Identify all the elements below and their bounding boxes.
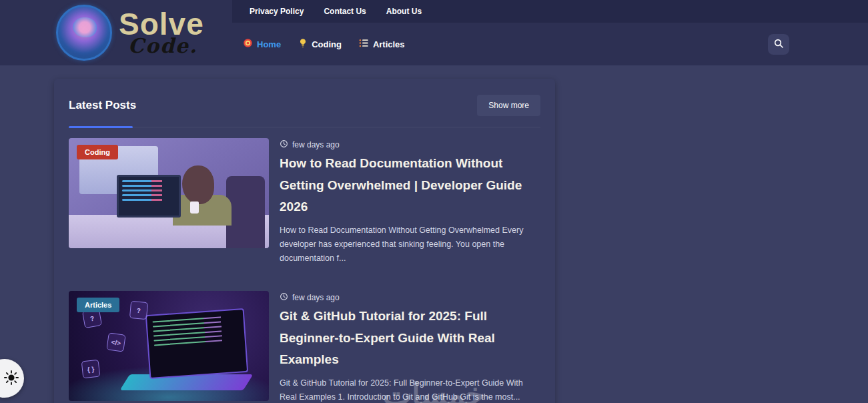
illustration-chip-braces: { } bbox=[81, 360, 101, 379]
topbar-link-about-us[interactable]: About Us bbox=[386, 7, 422, 16]
illustration-laptop-screen bbox=[145, 308, 248, 379]
post-thumbnail-1[interactable]: Coding bbox=[69, 138, 269, 248]
logo[interactable]: Solve Code. bbox=[0, 0, 232, 65]
post-time-2: few days ago bbox=[292, 293, 340, 302]
nav-label-home: Home bbox=[257, 39, 281, 49]
clock-icon bbox=[280, 139, 288, 150]
illustration-laptop-base bbox=[120, 374, 254, 390]
main-nav: Home Coding Articles bbox=[232, 23, 868, 65]
post-meta-1: few days ago bbox=[280, 139, 540, 150]
post-title-1[interactable]: How to Read Documentation Without Gettin… bbox=[280, 153, 540, 218]
show-more-button[interactable]: Show more bbox=[477, 95, 540, 116]
illustration-chip-code: </> bbox=[106, 332, 125, 352]
post-excerpt-2: Git & GitHub Tutorial for 2025: Full Beg… bbox=[280, 376, 540, 403]
post-item-1: Coding few days ago How to Read Document… bbox=[69, 138, 540, 266]
post-body-1: few days ago How to Read Documentation W… bbox=[280, 138, 540, 266]
topbar-link-privacy-policy[interactable]: Privacy Policy bbox=[250, 7, 304, 16]
illustration-chip-question2: ? bbox=[129, 301, 148, 320]
target-icon bbox=[243, 38, 253, 50]
nav-item-home[interactable]: Home bbox=[243, 38, 281, 50]
latest-posts-panel: Latest Posts Show more Coding few days a… bbox=[54, 79, 555, 403]
list-icon bbox=[359, 39, 369, 49]
header-right: Privacy Policy Contact Us About Us Home … bbox=[232, 0, 868, 65]
post-meta-2: few days ago bbox=[280, 292, 540, 303]
post-title-2[interactable]: Git & GitHub Tutorial for 2025: Full Beg… bbox=[280, 306, 540, 371]
brain-logo-icon bbox=[56, 5, 112, 61]
nav-label-coding: Coding bbox=[312, 39, 342, 49]
post-excerpt-1: How to Read Documentation Without Gettin… bbox=[280, 224, 540, 266]
illustration-cup bbox=[190, 202, 199, 214]
post-body-2: few days ago Git & GitHub Tutorial for 2… bbox=[280, 291, 540, 403]
logo-subtitle: Code. bbox=[128, 34, 204, 57]
topbar-link-contact-us[interactable]: Contact Us bbox=[324, 7, 366, 16]
search-icon bbox=[773, 38, 784, 51]
illustration-person-hair bbox=[182, 165, 214, 204]
nav-label-articles: Articles bbox=[373, 39, 405, 49]
section-title: Latest Posts bbox=[69, 99, 136, 112]
nav-item-coding[interactable]: Coding bbox=[298, 38, 342, 50]
illustration-laptop bbox=[117, 175, 181, 218]
illustration-chair bbox=[226, 176, 265, 248]
latest-posts-header: Latest Posts Show more bbox=[69, 95, 540, 127]
search-button[interactable] bbox=[768, 34, 789, 55]
lightbulb-icon bbox=[298, 38, 308, 50]
logo-text: Solve Code. bbox=[119, 9, 204, 57]
site-header: Solve Code. Privacy Policy Contact Us Ab… bbox=[0, 0, 868, 65]
sun-icon bbox=[4, 370, 19, 387]
clock-icon bbox=[280, 292, 288, 303]
post-time-1: few days ago bbox=[292, 140, 340, 149]
nav-item-articles[interactable]: Articles bbox=[359, 39, 405, 49]
post-item-2: Articles ? </> { } ? few days ago Git & … bbox=[69, 291, 540, 403]
post-thumbnail-2[interactable]: Articles ? </> { } ? bbox=[69, 291, 269, 401]
category-badge-coding[interactable]: Coding bbox=[77, 145, 118, 159]
theme-toggle-button[interactable] bbox=[0, 359, 24, 398]
topbar: Privacy Policy Contact Us About Us bbox=[232, 0, 868, 23]
category-badge-articles[interactable]: Articles bbox=[77, 298, 119, 312]
